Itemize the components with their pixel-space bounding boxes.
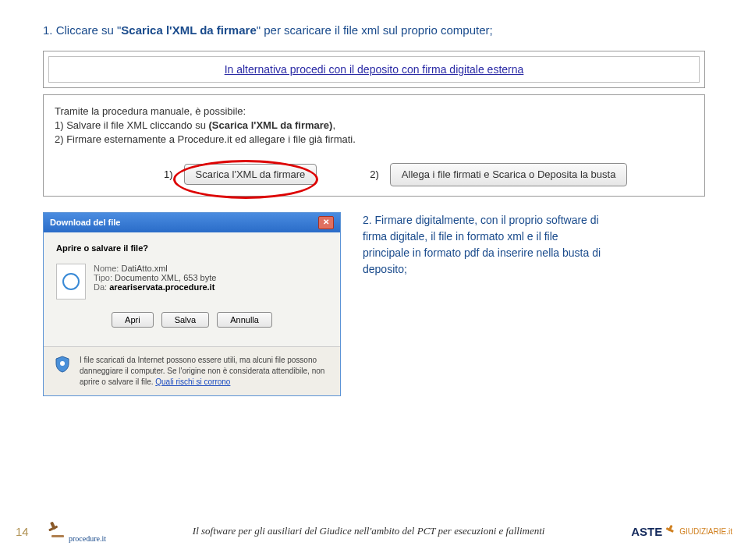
file-icon bbox=[56, 264, 86, 299]
footer-title: Il software per gli ausiliari del Giudic… bbox=[106, 525, 631, 537]
attach-files-button[interactable]: Allega i file firmati e Scarica o Deposi… bbox=[390, 163, 628, 186]
slide-footer: 14 procedure.it Il software per gli ausi… bbox=[0, 519, 748, 543]
gavel-icon bbox=[664, 524, 678, 538]
procedure-line2: 2) Firmare esternamente a Procedure.it e… bbox=[55, 133, 693, 147]
procedure-line1: 1) Salvare il file XML cliccando su (Sca… bbox=[55, 119, 693, 133]
step-1-text: 1. Cliccare su "Scarica l'XML da firmare… bbox=[43, 23, 705, 37]
panel-alternative: In alternativa procedi con il deposito c… bbox=[43, 51, 705, 88]
save-button[interactable]: Salva bbox=[161, 312, 210, 328]
cancel-button[interactable]: Annulla bbox=[217, 312, 272, 328]
file-info: Nome: DatiAtto.xml Tipo: Documento XML, … bbox=[94, 264, 216, 299]
alternative-link[interactable]: In alternativa procedi con il deposito c… bbox=[48, 56, 700, 83]
logo-procedure: procedure.it bbox=[47, 519, 106, 543]
procedure-intro: Tramite la procedura manuale, è possibil… bbox=[55, 105, 693, 119]
gavel-icon bbox=[47, 519, 67, 543]
page-number: 14 bbox=[16, 525, 47, 538]
svg-rect-3 bbox=[51, 535, 64, 537]
dialog-titlebar: Download del file ✕ bbox=[44, 213, 340, 232]
button2-number: 2) bbox=[370, 168, 379, 182]
logo-aste: ASTE GIUDIZIARIE.it bbox=[631, 524, 732, 538]
shield-icon bbox=[53, 355, 72, 374]
panel-procedure: Tramite la procedura manuale, è possibil… bbox=[43, 94, 705, 197]
step-2-text: 2. Firmare digitalmente, con il proprio … bbox=[363, 212, 604, 396]
open-button[interactable]: Apri bbox=[112, 312, 154, 328]
dialog-footer: I file scaricati da Internet possono ess… bbox=[44, 346, 340, 395]
download-xml-button[interactable]: Scarica l'XML da firmare bbox=[184, 164, 317, 185]
close-icon[interactable]: ✕ bbox=[318, 216, 334, 229]
risk-link[interactable]: Quali rischi si corrono bbox=[155, 377, 230, 386]
dialog-question: Aprire o salvare il file? bbox=[56, 243, 328, 253]
download-dialog: Download del file ✕ Aprire o salvare il … bbox=[43, 212, 341, 396]
button1-number: 1) bbox=[164, 168, 173, 182]
svg-point-0 bbox=[60, 361, 65, 366]
